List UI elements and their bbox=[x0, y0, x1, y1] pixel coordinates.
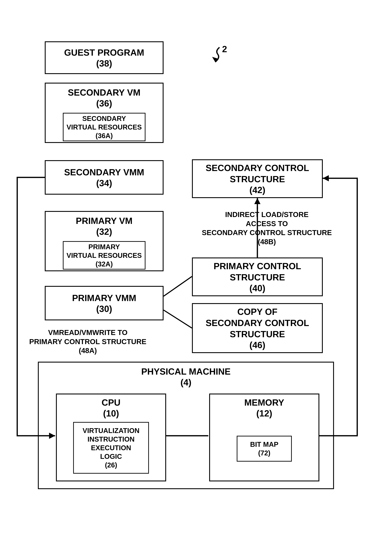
guest-program-id: (38) bbox=[96, 58, 112, 69]
sec-cs-id: (42) bbox=[249, 185, 265, 195]
box-primary-control-structure: PRIMARY CONTROL STRUCTURE (40) bbox=[192, 257, 323, 296]
box-bitmap: BIT MAP (72) bbox=[237, 436, 292, 462]
indls-l3: SECONDARY CONTROL STRUCTURE bbox=[194, 228, 339, 237]
box-primary-virtual-resources: PRIMARY VIRTUAL RESOURCES (32A) bbox=[63, 241, 145, 270]
box-secondary-vm: SECONDARY VM (36) SECONDARY VIRTUAL RESO… bbox=[45, 83, 164, 143]
svg-line-3 bbox=[164, 310, 192, 328]
box-secondary-vmm: SECONDARY VMM (34) bbox=[45, 160, 164, 195]
box-secondary-control-structure: SECONDARY CONTROL STRUCTURE (42) bbox=[192, 159, 323, 198]
indls-l2: ACCESS TO bbox=[194, 219, 339, 228]
mem-title: MEMORY bbox=[244, 397, 284, 408]
box-guest-program: GUEST PROGRAM (38) bbox=[45, 41, 164, 74]
primary-vmm-id: (30) bbox=[96, 304, 112, 314]
phys-id: (4) bbox=[180, 377, 192, 387]
vmrw-l2: PRIMARY CONTROL STRUCTURE bbox=[24, 337, 152, 346]
cpu-title: CPU bbox=[102, 397, 120, 408]
cpu-id: (10) bbox=[103, 408, 119, 418]
mem-id: (12) bbox=[256, 408, 272, 418]
box-physical-machine: PHYSICAL MACHINE (4) CPU (10) VIRTUALIZA… bbox=[38, 362, 334, 489]
bitmap-title: BIT MAP bbox=[250, 440, 278, 449]
box-secondary-virtual-resources: SECONDARY VIRTUAL RESOURCES (36A) bbox=[63, 113, 145, 141]
primary-vmm-title: PRIMARY VMM bbox=[72, 293, 136, 304]
diagram-canvas: 2 GUEST PROGRAM (38) SECONDARY VM (36) S… bbox=[0, 0, 392, 557]
box-memory: MEMORY (12) BIT MAP (72) bbox=[209, 393, 319, 481]
secondary-vmm-id: (34) bbox=[96, 178, 112, 188]
sec-cs-title: SECONDARY CONTROL STRUCTURE bbox=[206, 162, 309, 185]
viel-title: VIRTUALIZATION INSTRUCTION EXECUTION LOG… bbox=[83, 426, 139, 461]
primary-vm-title: PRIMARY VM bbox=[76, 215, 132, 227]
svg-marker-7 bbox=[323, 175, 329, 181]
primary-vr-title: PRIMARY VIRTUAL RESOURCES bbox=[66, 243, 142, 260]
viel-id: (26) bbox=[105, 461, 117, 469]
indls-l1: INDIRECT LOAD/STORE bbox=[194, 210, 339, 219]
vmrw-l3: (48A) bbox=[24, 346, 152, 355]
svg-marker-0 bbox=[212, 57, 219, 62]
pri-cs-id: (40) bbox=[249, 283, 265, 293]
box-primary-vmm: PRIMARY VMM (30) bbox=[45, 286, 164, 320]
secondary-vm-id: (36) bbox=[96, 98, 112, 108]
box-viel: VIRTUALIZATION INSTRUCTION EXECUTION LOG… bbox=[73, 422, 149, 474]
secondary-vmm-title: SECONDARY VMM bbox=[64, 167, 144, 178]
copy-cs-id: (46) bbox=[249, 340, 265, 350]
svg-line-2 bbox=[164, 276, 192, 296]
bitmap-id: (72) bbox=[258, 449, 270, 457]
label-vmread-vmwrite: VMREAD/VMWRITE TO PRIMARY CONTROL STRUCT… bbox=[24, 328, 152, 355]
svg-marker-6 bbox=[254, 198, 260, 204]
phys-title: PHYSICAL MACHINE bbox=[141, 366, 231, 377]
indls-l4: (48B) bbox=[194, 237, 339, 246]
box-copy-secondary-cs: COPY OF SECONDARY CONTROL STRUCTURE (46) bbox=[192, 303, 323, 353]
vmrw-l1: VMREAD/VMWRITE TO bbox=[24, 328, 152, 337]
pri-cs-title: PRIMARY CONTROL STRUCTURE bbox=[214, 261, 301, 283]
label-indirect-load-store: INDIRECT LOAD/STORE ACCESS TO SECONDARY … bbox=[194, 210, 339, 246]
reference-2: 2 bbox=[222, 44, 227, 54]
primary-vm-id: (32) bbox=[96, 227, 112, 237]
guest-program-title: GUEST PROGRAM bbox=[64, 47, 144, 58]
secondary-vr-title: SECONDARY VIRTUAL RESOURCES bbox=[66, 114, 142, 131]
box-primary-vm: PRIMARY VM (32) PRIMARY VIRTUAL RESOURCE… bbox=[45, 211, 164, 271]
box-cpu: CPU (10) VIRTUALIZATION INSTRUCTION EXEC… bbox=[56, 393, 166, 481]
secondary-vr-id: (36A) bbox=[96, 131, 113, 140]
secondary-vm-title: SECONDARY VM bbox=[68, 87, 140, 98]
primary-vr-id: (32A) bbox=[96, 260, 113, 268]
copy-cs-title: COPY OF SECONDARY CONTROL STRUCTURE bbox=[206, 306, 309, 340]
